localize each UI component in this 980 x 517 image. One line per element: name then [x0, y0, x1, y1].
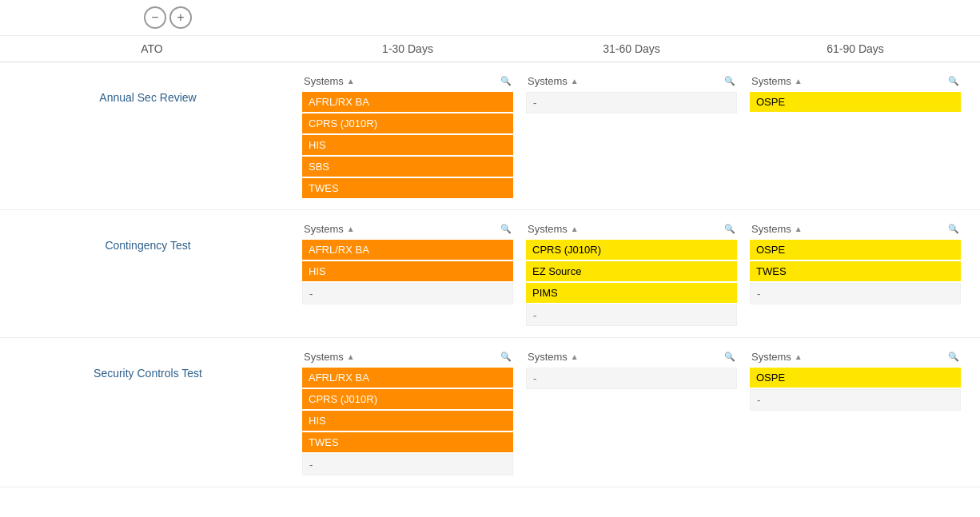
sort-arrow-icon[interactable]: ▲ [347, 352, 355, 361]
sort-arrow-icon[interactable]: ▲ [347, 225, 355, 233]
col-header-61-90: 61-90 Days [743, 42, 967, 55]
list-item[interactable]: AFRL/RX BA [302, 240, 513, 260]
row-section-contingency-test: Contingency TestSystems▲🔍AFRL/RX BAHIS-S… [0, 210, 980, 338]
list-item[interactable]: CPRS (J010R) [302, 113, 513, 133]
list-item[interactable]: TWES [302, 178, 513, 198]
list-item[interactable]: HIS [302, 135, 513, 155]
list-item[interactable]: TWES [302, 432, 513, 452]
nav-controls: − + [144, 6, 192, 29]
systems-header-label: Systems [751, 75, 791, 87]
systems-header: Systems▲🔍 [526, 72, 737, 92]
search-icon[interactable]: 🔍 [500, 352, 512, 362]
col-header-ato: ATO [0, 42, 296, 55]
row-label-security-controls-test: Security Controls Test [0, 348, 296, 380]
sort-arrow-icon[interactable]: ▲ [347, 77, 355, 86]
list-item[interactable]: OSPE [750, 368, 961, 388]
minus-icon: − [151, 10, 158, 25]
systems-header: Systems▲🔍 [526, 348, 737, 368]
col-header-31-60: 31-60 Days [520, 42, 743, 55]
systems-column-annual-sec-review-31-60: Systems▲🔍- [520, 72, 743, 115]
column-headers: ATO 1-30 Days 31-60 Days 61-90 Days [0, 36, 980, 62]
col-header-1-30: 1-30 Days [296, 42, 520, 55]
systems-column-annual-sec-review-61-90: Systems▲🔍OSPE [743, 72, 967, 113]
prev-button[interactable]: − [144, 6, 166, 29]
list-item[interactable]: - [302, 283, 513, 304]
systems-header: Systems▲🔍 [302, 348, 513, 368]
sort-arrow-icon[interactable]: ▲ [571, 352, 579, 361]
systems-header-label: Systems [304, 351, 344, 363]
systems-header-label: Systems [304, 223, 344, 235]
systems-header-label: Systems [528, 75, 568, 87]
systems-column-annual-sec-review-1-30: Systems▲🔍AFRL/RX BACPRS (J010R)HISSBSTWE… [296, 72, 520, 200]
systems-header-label: Systems [304, 75, 344, 87]
systems-header: Systems▲🔍 [302, 220, 513, 240]
list-item[interactable]: HIS [302, 411, 513, 431]
list-item[interactable]: EZ Source [526, 261, 737, 281]
systems-header: Systems▲🔍 [526, 220, 737, 240]
list-item[interactable]: AFRL/RX BA [302, 368, 513, 388]
list-item[interactable]: OSPE [750, 240, 961, 260]
list-item[interactable]: - [750, 389, 961, 411]
list-item[interactable]: CPRS (J010R) [302, 389, 513, 409]
list-item[interactable]: - [750, 283, 961, 304]
search-icon[interactable]: 🔍 [724, 352, 735, 362]
search-icon[interactable]: 🔍 [500, 224, 512, 234]
search-icon[interactable]: 🔍 [948, 224, 959, 234]
plus-icon: + [177, 10, 184, 25]
sort-arrow-icon[interactable]: ▲ [795, 77, 803, 86]
systems-header: Systems▲🔍 [750, 72, 961, 92]
list-item[interactable]: OSPE [750, 92, 961, 112]
list-item[interactable]: - [526, 92, 737, 113]
sort-arrow-icon[interactable]: ▲ [795, 225, 803, 233]
row-section-annual-sec-review: Annual Sec ReviewSystems▲🔍AFRL/RX BACPRS… [0, 62, 980, 210]
systems-header-label: Systems [528, 223, 568, 235]
systems-header-label: Systems [751, 351, 791, 363]
systems-header-label: Systems [751, 223, 791, 235]
list-item[interactable]: - [526, 304, 737, 326]
list-item[interactable]: HIS [302, 261, 513, 281]
list-item[interactable]: TWES [750, 261, 961, 281]
top-bar: − + [0, 0, 980, 36]
sort-arrow-icon[interactable]: ▲ [571, 225, 579, 233]
systems-header-label: Systems [528, 351, 568, 363]
list-item[interactable]: AFRL/RX BA [302, 92, 513, 112]
next-button[interactable]: + [169, 6, 192, 29]
systems-column-contingency-test-31-60: Systems▲🔍CPRS (J010R)EZ SourcePIMS- [520, 220, 743, 328]
list-item[interactable]: CPRS (J010R) [526, 240, 737, 260]
systems-header: Systems▲🔍 [302, 72, 513, 92]
systems-column-security-controls-test-61-90: Systems▲🔍OSPE- [743, 348, 967, 412]
systems-header: Systems▲🔍 [750, 220, 961, 240]
search-icon[interactable]: 🔍 [948, 352, 959, 362]
search-icon[interactable]: 🔍 [948, 76, 959, 86]
systems-header: Systems▲🔍 [750, 348, 961, 368]
sort-arrow-icon[interactable]: ▲ [795, 352, 803, 361]
search-icon[interactable]: 🔍 [724, 224, 735, 234]
list-item[interactable]: - [526, 368, 737, 389]
systems-column-contingency-test-61-90: Systems▲🔍OSPETWES- [743, 220, 967, 306]
main-content: Annual Sec ReviewSystems▲🔍AFRL/RX BACPRS… [0, 62, 980, 487]
sort-arrow-icon[interactable]: ▲ [571, 77, 579, 86]
systems-column-contingency-test-1-30: Systems▲🔍AFRL/RX BAHIS- [296, 220, 520, 306]
list-item[interactable]: PIMS [526, 283, 737, 303]
row-label-contingency-test: Contingency Test [0, 220, 296, 252]
list-item[interactable]: SBS [302, 157, 513, 177]
row-label-annual-sec-review: Annual Sec Review [0, 72, 296, 104]
search-icon[interactable]: 🔍 [500, 76, 512, 86]
systems-column-security-controls-test-31-60: Systems▲🔍- [520, 348, 743, 391]
list-item[interactable]: - [302, 454, 513, 475]
systems-column-security-controls-test-1-30: Systems▲🔍AFRL/RX BACPRS (J010R)HISTWES- [296, 348, 520, 477]
search-icon[interactable]: 🔍 [724, 76, 735, 86]
row-section-security-controls-test: Security Controls TestSystems▲🔍AFRL/RX B… [0, 338, 980, 487]
